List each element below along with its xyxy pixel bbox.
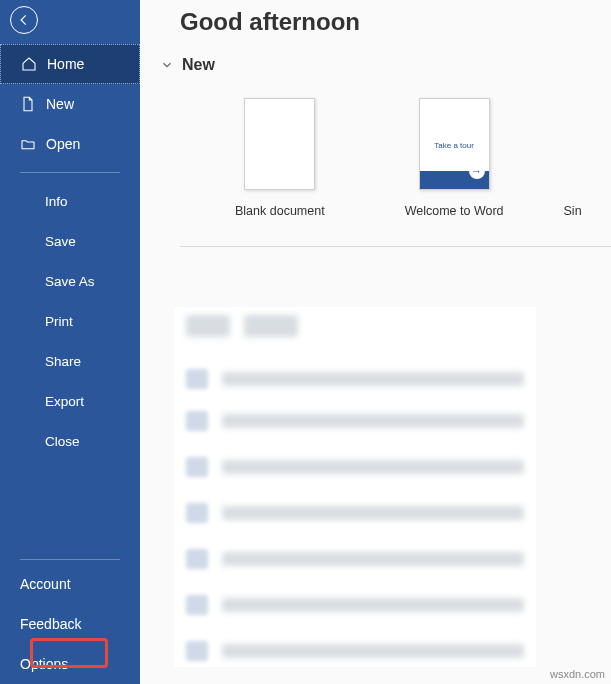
nav-new-label: New: [46, 96, 74, 112]
nav-primary: Home New Open: [0, 44, 140, 164]
recent-tabs: [186, 315, 524, 335]
nav-save-label: Save: [45, 234, 76, 249]
backstage-sidebar: Home New Open Info Save Save As Print Sh…: [0, 0, 140, 684]
nav-close-label: Close: [45, 434, 80, 449]
watermark-text: wsxdn.com: [550, 668, 605, 680]
tour-text: Take a tour: [420, 141, 489, 150]
template-welcome-label: Welcome to Word: [405, 204, 504, 218]
nav-new[interactable]: New: [0, 84, 140, 124]
nav-bottom-group: Account Feedback Options: [0, 551, 140, 684]
recent-item: [186, 369, 524, 389]
open-icon: [20, 136, 36, 152]
back-button[interactable]: [10, 6, 38, 34]
nav-separator-bottom: [20, 559, 120, 560]
recent-item: [186, 503, 524, 523]
nav-print[interactable]: Print: [0, 301, 140, 341]
nav-open-label: Open: [46, 136, 80, 152]
nav-share[interactable]: Share: [0, 341, 140, 381]
nav-feedback-label: Feedback: [20, 616, 81, 632]
nav-export[interactable]: Export: [0, 381, 140, 421]
recent-item: [186, 641, 524, 661]
nav-options[interactable]: Options: [0, 644, 140, 684]
nav-separator: [20, 172, 120, 173]
nav-options-label: Options: [20, 656, 68, 672]
arrow-right-icon: →: [469, 163, 485, 179]
home-icon: [21, 56, 37, 72]
recent-documents-area: [174, 307, 536, 667]
section-new-label: New: [182, 56, 215, 74]
recent-item: [186, 549, 524, 569]
nav-close[interactable]: Close: [0, 421, 140, 461]
recent-tab-blur: [186, 315, 230, 337]
section-new-header[interactable]: New: [140, 56, 611, 74]
nav-account-label: Account: [20, 576, 71, 592]
nav-info-label: Info: [45, 194, 68, 209]
nav-open[interactable]: Open: [0, 124, 140, 164]
template-welcome-thumb: Take a tour →: [419, 98, 490, 190]
nav-feedback[interactable]: Feedback: [0, 604, 140, 644]
nav-saveas[interactable]: Save As: [0, 261, 140, 301]
template-welcome[interactable]: Take a tour → Welcome to Word: [405, 98, 504, 218]
nav-export-label: Export: [45, 394, 84, 409]
template-blank-thumb: [244, 98, 315, 190]
recent-tab-blur: [244, 315, 298, 337]
nav-save[interactable]: Save: [0, 221, 140, 261]
recent-item: [186, 457, 524, 477]
arrow-left-icon: [17, 13, 31, 27]
template-cut[interactable]: Sin: [564, 98, 582, 218]
nav-saveas-label: Save As: [45, 274, 95, 289]
recent-item: [186, 595, 524, 615]
nav-home-label: Home: [47, 56, 84, 72]
template-blank[interactable]: Blank document: [235, 98, 325, 218]
nav-print-label: Print: [45, 314, 73, 329]
greeting-heading: Good afternoon: [140, 0, 611, 56]
chevron-down-icon: [160, 58, 174, 72]
nav-file-group: Info Save Save As Print Share Export Clo…: [0, 181, 140, 461]
nav-info[interactable]: Info: [0, 181, 140, 221]
template-cut-label: Sin: [564, 204, 582, 218]
recent-item: [186, 411, 524, 431]
template-blank-label: Blank document: [235, 204, 325, 218]
templates-row: Blank document Take a tour → Welcome to …: [140, 74, 611, 218]
nav-account[interactable]: Account: [0, 564, 140, 604]
nav-share-label: Share: [45, 354, 81, 369]
main-panel: Good afternoon New Blank document Take a…: [140, 0, 611, 684]
doc-icon: [20, 96, 36, 112]
templates-separator: [180, 246, 611, 247]
nav-home[interactable]: Home: [0, 44, 140, 84]
